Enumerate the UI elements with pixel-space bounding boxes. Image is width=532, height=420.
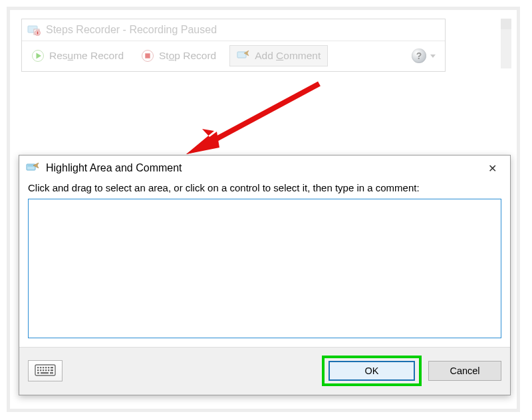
svg-rect-3	[37, 31, 39, 34]
svg-line-9	[203, 84, 319, 146]
svg-rect-26	[51, 369, 53, 371]
svg-rect-25	[48, 369, 49, 371]
cancel-button[interactable]: Cancel	[428, 361, 501, 381]
steps-recorder-window: Steps Recorder - Recording Paused Resume…	[21, 19, 446, 72]
steps-recorder-titlebar: Steps Recorder - Recording Paused	[22, 19, 445, 41]
comment-textarea[interactable]	[28, 199, 501, 338]
steps-recorder-toolbar: Resume Record Stop Record Add Comment	[22, 41, 445, 71]
dialog-title: Highlight Area and Comment	[46, 162, 474, 174]
add-comment-button[interactable]: Add Comment	[229, 45, 328, 66]
ok-button-highlight: OK	[322, 356, 422, 386]
help-icon: ?	[412, 49, 426, 63]
resume-record-button[interactable]: Resume Record	[27, 47, 128, 64]
svg-rect-7	[145, 53, 150, 58]
stop-record-button[interactable]: Stop Record	[137, 47, 220, 64]
dialog-instruction-text: Click and drag to select an area, or cli…	[19, 182, 510, 197]
stop-icon	[141, 49, 154, 62]
svg-rect-29	[50, 372, 53, 373]
onscreen-keyboard-button[interactable]	[28, 360, 63, 381]
ok-button[interactable]: OK	[329, 361, 415, 381]
help-button[interactable]: ?	[408, 47, 440, 65]
svg-rect-22	[40, 369, 41, 371]
svg-marker-10	[186, 129, 218, 154]
svg-rect-27	[37, 372, 39, 373]
svg-rect-23	[43, 369, 44, 371]
svg-rect-19	[48, 367, 49, 368]
svg-rect-17	[43, 367, 44, 368]
background-scrollbar	[501, 19, 511, 68]
recorder-app-icon	[27, 23, 41, 37]
screenshot-frame: Steps Recorder - Recording Paused Resume…	[7, 7, 520, 412]
svg-rect-20	[51, 367, 53, 368]
dialog-app-icon	[26, 161, 39, 175]
svg-rect-18	[45, 367, 47, 368]
svg-rect-16	[40, 367, 41, 368]
svg-rect-24	[45, 369, 47, 371]
steps-recorder-title-text: Steps Recorder - Recording Paused	[46, 24, 217, 36]
keyboard-icon	[35, 364, 56, 379]
comment-icon	[237, 49, 250, 62]
dialog-titlebar: Highlight Area and Comment ✕	[19, 156, 510, 182]
svg-rect-15	[37, 367, 39, 368]
chevron-down-icon	[430, 54, 436, 58]
svg-rect-28	[41, 372, 49, 373]
annotation-arrow	[180, 78, 327, 155]
svg-marker-11	[186, 132, 219, 154]
dialog-footer: OK Cancel	[19, 347, 510, 395]
close-button[interactable]: ✕	[481, 159, 503, 177]
svg-rect-21	[37, 369, 39, 371]
highlight-comment-dialog: Highlight Area and Comment ✕ Click and d…	[19, 155, 511, 395]
close-icon: ✕	[488, 162, 497, 175]
play-icon	[31, 49, 45, 62]
